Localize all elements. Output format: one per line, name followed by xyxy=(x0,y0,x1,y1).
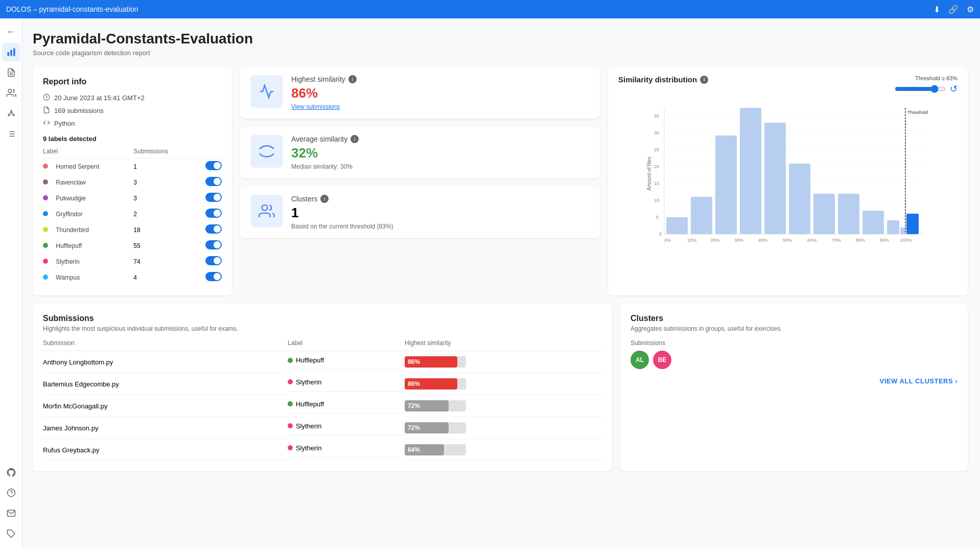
bar-threshold xyxy=(906,214,919,234)
bar-25 xyxy=(715,135,737,234)
label-dot xyxy=(288,445,293,450)
threshold-slider[interactable] xyxy=(895,85,946,93)
average-similarity-info[interactable]: i xyxy=(351,135,359,143)
share-icon[interactable]: 🔗 xyxy=(948,5,959,14)
bar-80 xyxy=(900,227,905,234)
label-toggle-cell xyxy=(194,222,222,238)
label-text: Slytherin xyxy=(296,422,322,430)
dist-info[interactable]: i xyxy=(700,76,708,84)
submission-label: Hufflepuff xyxy=(288,351,405,370)
report-info-card: Report info 20 June 2023 at 15:41 GMT+2 … xyxy=(33,67,232,295)
labels-section: 9 labels detected Label Submissions Horn… xyxy=(43,135,222,285)
bar-45 xyxy=(813,194,835,234)
settings-icon[interactable]: ⚙ xyxy=(967,5,974,14)
svg-text:20%: 20% xyxy=(710,238,719,243)
label-toggle[interactable] xyxy=(205,161,222,170)
bar-20 xyxy=(691,197,712,234)
clock-icon xyxy=(43,94,50,102)
svg-text:10: 10 xyxy=(654,198,659,203)
label-dot xyxy=(43,179,48,185)
svg-text:0: 0 xyxy=(659,232,662,237)
label-dot-cell xyxy=(43,206,52,222)
label-toggle[interactable] xyxy=(205,209,222,218)
bar-70 xyxy=(887,220,899,234)
sidebar-item-chart[interactable] xyxy=(2,43,20,61)
clusters-stat-card: Clusters i 1 Based on the current thresh… xyxy=(240,187,600,238)
bar-bg: 86% xyxy=(405,378,466,390)
clusters-stat-info[interactable]: i xyxy=(320,195,329,203)
average-similarity-content: Average similarity i 32% Median similari… xyxy=(291,135,359,170)
svg-point-22 xyxy=(262,205,268,211)
label-toggle-cell xyxy=(194,190,222,206)
submission-label: Slytherin xyxy=(288,417,405,436)
svg-rect-0 xyxy=(7,52,9,56)
highest-similarity-info[interactable]: i xyxy=(348,75,357,83)
average-similarity-value: 32% xyxy=(291,145,359,161)
submissions-card-subtitle: Highlights the most suspicious individua… xyxy=(43,325,602,332)
submission-similarity: 64% xyxy=(405,439,602,461)
label-toggle[interactable] xyxy=(205,177,222,186)
label-toggle-cell xyxy=(194,206,222,222)
svg-rect-2 xyxy=(13,49,15,56)
label-count: 18 xyxy=(133,222,193,238)
label-dot-cell xyxy=(43,238,52,254)
label-name: Thunderbird xyxy=(52,222,133,238)
label-toggle[interactable] xyxy=(205,224,222,234)
submission-label: Hufflepuff xyxy=(288,395,405,414)
svg-text:30: 30 xyxy=(654,130,659,135)
clusters-card-title: Clusters xyxy=(631,314,958,323)
label-dot xyxy=(43,211,48,216)
label-name: Pukwudgie xyxy=(52,190,133,206)
sidebar-item-help[interactable] xyxy=(2,484,20,502)
submissions-table: Submission Label Highest similarity Anth… xyxy=(43,339,602,461)
svg-text:Similarity: Similarity xyxy=(767,246,788,247)
bar-bg: 72% xyxy=(405,400,466,411)
threshold-control: Threshold ≥ 83% ↺ xyxy=(895,75,958,95)
label-toggle[interactable] xyxy=(205,193,222,202)
label-dot-cell xyxy=(43,269,52,285)
submission-name: Bartemius Edgecombe.py xyxy=(43,373,288,395)
label-toggle[interactable] xyxy=(205,256,222,265)
label-count: 3 xyxy=(133,174,193,190)
sidebar-item-github[interactable] xyxy=(2,463,20,482)
clusters-stat-content: Clusters i 1 Based on the current thresh… xyxy=(291,195,393,230)
label-row: Thunderbird 18 xyxy=(43,222,222,238)
label-count: 1 xyxy=(133,158,193,175)
bar-bg: 86% xyxy=(405,356,466,368)
clusters-stat-label: Clusters i xyxy=(291,195,393,203)
threshold-slider-row: ↺ xyxy=(895,83,958,95)
sidebar-item-back[interactable]: ← xyxy=(2,22,20,41)
svg-text:10%: 10% xyxy=(687,238,696,243)
label-dot xyxy=(288,358,293,363)
svg-text:15: 15 xyxy=(654,181,659,186)
submissions-count: 169 submissions xyxy=(54,107,104,115)
sidebar-item-people[interactable] xyxy=(2,84,20,102)
bar-30 xyxy=(740,108,761,234)
submission-similarity: 86% xyxy=(405,351,602,373)
sidebar-item-tag[interactable] xyxy=(2,524,20,543)
cluster-avatar: BE xyxy=(653,351,671,369)
label-toggle[interactable] xyxy=(205,272,222,281)
report-info-title: Report info xyxy=(43,77,222,86)
sidebar-item-doc[interactable] xyxy=(2,63,20,82)
label-toggle[interactable] xyxy=(205,240,222,249)
svg-text:25: 25 xyxy=(654,147,659,152)
download-icon[interactable]: ⬇ xyxy=(934,5,940,14)
label-name: Slytherin xyxy=(52,254,133,269)
label-count: 2 xyxy=(133,206,193,222)
threshold-label: Threshold ≥ 83% xyxy=(915,75,958,81)
refresh-button[interactable]: ↺ xyxy=(950,83,958,95)
clusters-card-subtitle: Aggregates submissions in groups, useful… xyxy=(631,325,958,332)
label-dot-cell xyxy=(43,158,52,175)
sidebar-item-mail[interactable] xyxy=(2,504,20,522)
sidebar-item-hierarchy[interactable] xyxy=(2,104,20,123)
submission-name: Anthony Longbottom.py xyxy=(43,351,288,373)
submissions-col-header: Submissions xyxy=(133,148,193,158)
language: Python xyxy=(54,120,75,127)
sidebar-item-list[interactable] xyxy=(2,125,20,143)
label-toggle-cell xyxy=(194,269,222,285)
clusters-card: Clusters Aggregates submissions in group… xyxy=(620,304,968,471)
view-submissions-link[interactable]: View submissions xyxy=(291,103,357,110)
view-all-clusters-button[interactable]: VIEW ALL CLUSTERS › xyxy=(631,377,958,385)
label-toggle-cell xyxy=(194,174,222,190)
